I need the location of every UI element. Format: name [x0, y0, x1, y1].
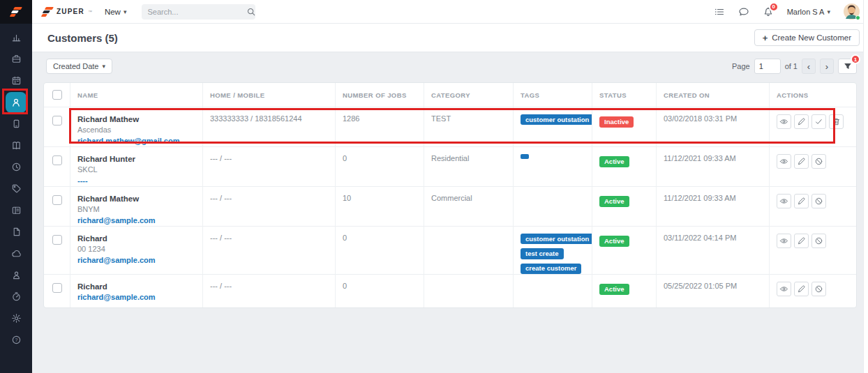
scrollbar[interactable]: [863, 0, 868, 373]
pencil-icon: [797, 117, 806, 126]
delete-button[interactable]: [829, 114, 844, 129]
sidebar-item-mobile[interactable]: [0, 113, 32, 135]
page-total-label: of 1: [785, 62, 798, 70]
view-button[interactable]: [777, 114, 791, 129]
customer-email[interactable]: richard.mathew@gmail.com: [77, 136, 195, 146]
user-avatar[interactable]: [844, 3, 860, 20]
customers-table: NAME HOME / MOBILE NUMBER OF JOBS CATEGO…: [43, 82, 857, 308]
sidebar-item-users[interactable]: [0, 264, 32, 286]
check-icon: [814, 117, 823, 126]
briefcase-icon: [11, 54, 22, 64]
customer-phone: --- / ---: [203, 227, 336, 274]
table-row: Richard Mathew BNYM richard@sample.com -…: [44, 186, 856, 226]
chat-icon: [738, 6, 749, 17]
customer-name[interactable]: Richard Mathew: [77, 194, 195, 204]
edit-button[interactable]: [794, 114, 809, 129]
customer-email[interactable]: richard@sample.com: [77, 215, 195, 225]
customer-email[interactable]: richard@sample.com: [77, 255, 195, 265]
user-menu[interactable]: Marlon S A ▾: [787, 8, 830, 16]
chevron-left-icon: ‹: [807, 62, 810, 71]
create-new-customer-button[interactable]: + Create New Customer: [754, 29, 860, 46]
customer-phone: 333333333 / 18318561244: [203, 107, 336, 146]
select-all-checkbox[interactable]: [52, 90, 62, 100]
view-button[interactable]: [777, 154, 791, 169]
customer-name[interactable]: Richard: [77, 234, 195, 243]
view-button[interactable]: [777, 194, 791, 208]
zuper-logo-icon: [10, 7, 22, 17]
brand-trademark: ™: [88, 10, 92, 14]
customer-name[interactable]: Richard: [77, 282, 195, 291]
notifications-button[interactable]: 0: [763, 6, 774, 17]
sidebar-item-projects[interactable]: [0, 199, 32, 221]
search-input[interactable]: [147, 8, 246, 16]
customer-name[interactable]: Richard Mathew: [77, 114, 195, 124]
disable-button[interactable]: [811, 234, 826, 248]
row-checkbox[interactable]: [52, 116, 62, 125]
sidebar-item-timesheet[interactable]: [0, 156, 32, 178]
sidebar-item-dashboard[interactable]: [0, 26, 32, 48]
customer-email[interactable]: richard@sample.com: [77, 292, 195, 302]
brand[interactable]: ZUPER ™: [42, 7, 92, 17]
row-checkbox[interactable]: [52, 235, 62, 245]
new-dropdown[interactable]: New ▾: [105, 8, 127, 16]
status-badge: Inactive: [599, 116, 634, 128]
online-status-dot: [855, 15, 860, 20]
approve-button[interactable]: [811, 114, 826, 129]
row-checkbox[interactable]: [52, 195, 62, 205]
filter-button[interactable]: 1: [838, 59, 857, 74]
edit-button[interactable]: [794, 282, 809, 296]
disable-button[interactable]: [811, 282, 826, 296]
view-button[interactable]: [777, 234, 791, 248]
row-checkbox[interactable]: [52, 283, 62, 293]
brand-text: ZUPER: [57, 8, 84, 15]
sidebar-item-tags[interactable]: [0, 178, 32, 199]
sidebar-item-help[interactable]: ?: [0, 329, 32, 351]
customer-phone: --- / ---: [203, 187, 336, 226]
sidebar-item-customers[interactable]: [0, 91, 32, 113]
plus-icon: +: [763, 33, 768, 43]
page-number-input[interactable]: [754, 59, 781, 74]
pencil-icon: [797, 284, 806, 294]
funnel-icon: [843, 61, 853, 71]
customer-phone: --- / ---: [203, 147, 336, 186]
disable-button[interactable]: [811, 194, 826, 208]
cloud-icon: [11, 248, 22, 259]
activity-list-button[interactable]: [714, 6, 725, 17]
search-icon[interactable]: [246, 7, 256, 17]
customer-email[interactable]: ----: [77, 176, 195, 185]
customer-org: Ascendas: [77, 125, 195, 135]
chat-button[interactable]: [738, 6, 749, 17]
sidebar-item-timeoff[interactable]: [0, 286, 32, 307]
sidebar-logo[interactable]: [0, 0, 32, 24]
row-checkbox[interactable]: [52, 155, 62, 165]
customer-jobs-count: 10: [336, 187, 424, 226]
customer-tag: create customer: [521, 264, 581, 274]
chevron-down-icon: ▾: [102, 63, 105, 70]
edit-button[interactable]: [794, 234, 809, 248]
trash-icon: [832, 117, 841, 126]
sidebar-item-jobs[interactable]: [0, 48, 32, 70]
disable-button[interactable]: [811, 154, 826, 169]
customer-name[interactable]: Richard Hunter: [77, 154, 195, 164]
sidebar-item-reports[interactable]: [0, 221, 32, 243]
column-header-home-mobile: HOME / MOBILE: [203, 83, 336, 107]
status-badge: Active: [599, 284, 629, 295]
help-icon: ?: [11, 335, 22, 345]
column-header-tags: TAGS: [514, 83, 592, 107]
column-header-created-on: CREATED ON: [657, 83, 770, 107]
sidebar-item-knowledge[interactable]: [0, 135, 32, 156]
sidebar-item-assets[interactable]: [0, 243, 32, 264]
ban-icon: [814, 197, 823, 206]
previous-page-button[interactable]: ‹: [802, 59, 816, 74]
pencil-icon: [797, 236, 806, 245]
edit-button[interactable]: [794, 154, 809, 169]
page-header: Customers (5) + Create New Customer: [32, 24, 868, 52]
edit-button[interactable]: [794, 194, 809, 208]
topbar: ZUPER ™ New ▾ 0 Marlon S A: [32, 0, 868, 24]
sidebar-item-calendar[interactable]: [0, 70, 32, 91]
customer-category: [424, 227, 514, 274]
created-date-filter[interactable]: Created Date ▾: [46, 59, 112, 74]
sidebar-item-settings[interactable]: [0, 307, 32, 329]
view-button[interactable]: [777, 282, 791, 296]
next-page-button[interactable]: ›: [820, 59, 834, 74]
